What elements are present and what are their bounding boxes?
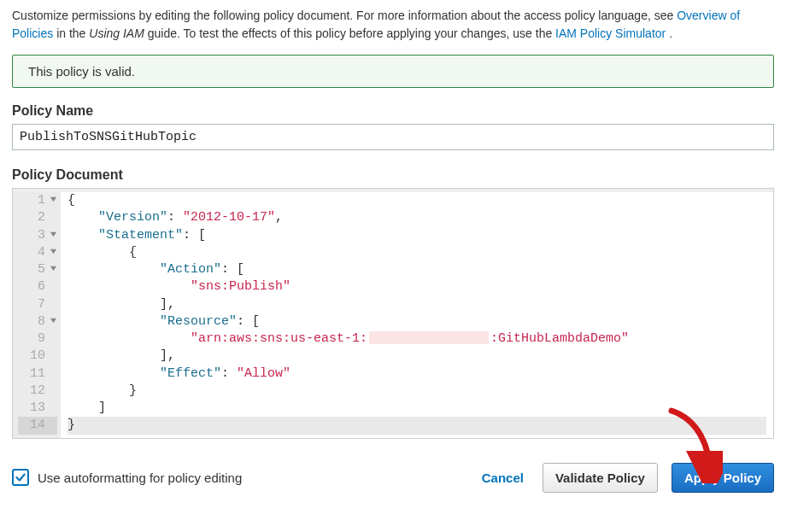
label-policy-document: Policy Document [12,167,774,183]
policy-name-input[interactable] [12,124,774,150]
code-line: ], [67,296,766,313]
line-number: 3 [18,227,57,244]
code-gutter: 1234567891011121314 [13,189,61,438]
line-number: 6 [18,278,57,295]
redacted-segment [369,331,489,344]
line-number: 5 [18,261,57,278]
intro-part-1: Customize permissions by editing the fol… [12,9,677,22]
code-line: { [67,244,766,261]
cancel-button[interactable]: Cancel [482,471,524,485]
label-policy-name: Policy Name [12,103,774,119]
code-editor[interactable]: 1234567891011121314 { "Version": "2012-1… [12,188,774,439]
line-number: 13 [18,400,57,417]
fold-toggle-icon[interactable] [49,244,57,261]
fold-toggle-icon[interactable] [49,192,57,209]
line-number: 12 [18,383,57,400]
code-line: "Resource": [ [67,313,766,330]
intro-italic: Using IAM [89,26,144,40]
fold-toggle-icon[interactable] [49,313,57,330]
autoformat-label: Use autoformatting for policy editing [38,471,242,485]
line-number: 8 [18,313,57,330]
code-area[interactable]: { "Version": "2012-10-17", "Statement": … [61,189,773,438]
line-number: 7 [18,296,57,313]
code-line: "Version": "2012-10-17", [67,209,766,226]
intro-text: Customize permissions by editing the fol… [12,7,774,43]
fold-toggle-icon[interactable] [49,261,57,278]
intro-part-2: in the [56,26,89,40]
check-icon [15,471,26,483]
line-number: 14 [18,417,57,434]
intro-part-4: . [669,26,672,40]
link-policy-simulator[interactable]: IAM Policy Simulator [555,26,666,40]
line-number: 9 [18,330,57,348]
line-number: 4 [18,244,57,261]
code-line: } [67,383,766,400]
code-line: "sns:Publish" [67,278,766,295]
validate-policy-button[interactable]: Validate Policy [543,463,658,493]
code-line: { [67,192,766,209]
line-number: 11 [18,365,57,383]
intro-part-3: guide. To test the effects of this polic… [148,26,555,40]
code-line: } [67,417,766,434]
validation-banner: This policy is valid. [12,55,774,88]
code-line: ], [67,348,766,365]
apply-policy-button[interactable]: Apply Policy [672,463,774,493]
code-line: "Action": [ [67,261,766,278]
fold-toggle-icon[interactable] [49,227,57,244]
code-line: "Effect": "Allow" [67,365,766,383]
autoformat-checkbox[interactable] [12,469,29,486]
line-number: 2 [18,209,57,226]
validation-message: This policy is valid. [28,64,135,79]
line-number: 1 [18,192,57,209]
line-number: 10 [18,348,57,365]
code-line: "Statement": [ [67,227,766,244]
code-line: "arn:aws:sns:us-east-1::GitHubLambdaDemo… [67,330,766,348]
footer-bar: Use autoformatting for policy editing Ca… [12,463,774,493]
code-line: ] [67,400,766,417]
